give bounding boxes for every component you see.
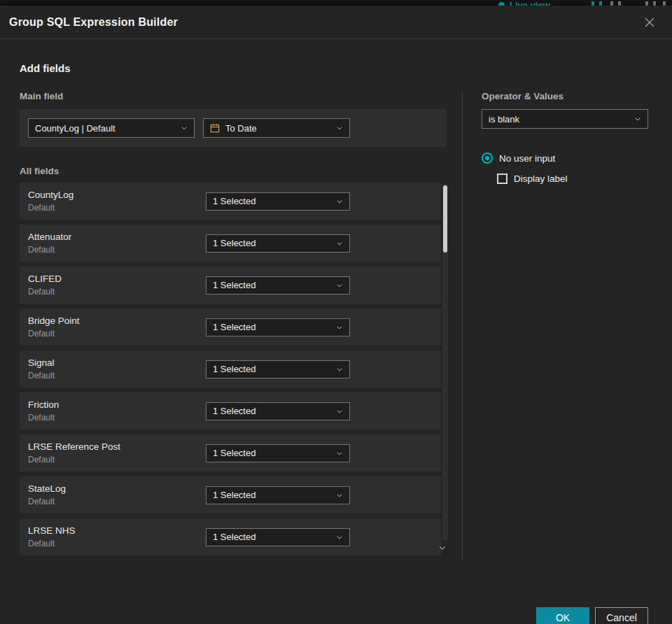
field-subtitle: Default xyxy=(28,413,206,423)
operator-values-label: Operator & Values xyxy=(482,91,648,101)
field-values-select[interactable]: 1 Selected xyxy=(206,486,350,504)
no-user-input-radio[interactable]: No user input xyxy=(482,153,648,164)
operator-select-value: is blank xyxy=(489,114,629,125)
chevron-down-icon xyxy=(336,324,343,331)
field-subtitle: Default xyxy=(28,455,206,465)
date-field-select-value: To Date xyxy=(225,123,330,134)
dialog-footer: OK Cancel xyxy=(536,607,648,624)
column-divider xyxy=(462,91,463,560)
field-row: Attenuator Default 1 Selected xyxy=(20,225,441,262)
field-row: Friction Default 1 Selected xyxy=(20,392,441,430)
chevron-down-icon xyxy=(336,450,343,457)
field-values-select[interactable]: 1 Selected xyxy=(206,360,350,378)
display-label-checkbox[interactable]: Display label xyxy=(497,173,648,184)
section-title: Add fields xyxy=(20,62,648,74)
field-row: Signal Default 1 Selected xyxy=(20,350,441,388)
chevron-down-icon xyxy=(336,240,343,247)
field-row: CountyLog Default 1 Selected xyxy=(20,183,441,220)
field-values-select-value: 1 Selected xyxy=(213,238,330,248)
no-user-input-label: No user input xyxy=(499,153,555,164)
background-toolbar: Live view xyxy=(0,0,672,6)
field-values-select[interactable]: 1 Selected xyxy=(206,402,350,420)
field-row: Bridge Point Default 1 Selected xyxy=(20,309,441,346)
field-row: LRSE Reference Post Default 1 Selected xyxy=(20,434,441,471)
chevron-down-icon xyxy=(181,125,188,132)
dialog-body: Add fields Main field CountyLog | Defaul… xyxy=(0,62,672,624)
field-texts: LRSE Reference Post Default xyxy=(28,441,206,465)
field-name: LRSE NHS xyxy=(28,525,206,536)
chevron-down-icon xyxy=(336,408,343,415)
field-values-select[interactable]: 1 Selected xyxy=(206,234,350,253)
field-values-select[interactable]: 1 Selected xyxy=(206,192,350,211)
field-values-select[interactable]: 1 Selected xyxy=(206,276,350,295)
chevron-down-icon xyxy=(336,534,343,541)
field-name: Friction xyxy=(28,399,206,410)
field-name: StateLog xyxy=(28,483,206,494)
field-subtitle: Default xyxy=(28,371,206,381)
scrollbar[interactable] xyxy=(442,184,448,541)
field-values-select-value: 1 Selected xyxy=(213,490,330,500)
field-texts: StateLog Default xyxy=(28,483,206,506)
field-row: LRSE NHS Default 1 Selected xyxy=(20,518,441,555)
group-sql-expression-builder-dialog: Group SQL Expression Builder Add fields … xyxy=(0,6,672,624)
all-fields-label: All fields xyxy=(20,166,447,176)
field-texts: Bridge Point Default xyxy=(28,315,206,339)
field-texts: LRSE NHS Default xyxy=(28,525,206,548)
field-name: Signal xyxy=(28,357,206,368)
field-values-select-value: 1 Selected xyxy=(213,532,330,542)
screen: Live view Group SQL Expression Builder A… xyxy=(0,0,672,624)
ok-button[interactable]: OK xyxy=(536,607,589,624)
field-values-select-value: 1 Selected xyxy=(213,280,330,290)
field-values-select[interactable]: 1 Selected xyxy=(206,318,350,336)
scrollbar-thumb[interactable] xyxy=(443,185,447,253)
field-name: CLIFED xyxy=(28,274,206,284)
field-subtitle: Default xyxy=(28,497,206,506)
chevron-down-icon xyxy=(336,198,343,205)
field-values-select[interactable]: 1 Selected xyxy=(206,444,350,462)
scroll-down-icon[interactable] xyxy=(438,544,447,552)
field-texts: Signal Default xyxy=(28,357,206,381)
live-view-toggle[interactable]: Live view xyxy=(498,0,550,6)
dialog-title: Group SQL Expression Builder xyxy=(9,16,178,29)
field-values-select-value: 1 Selected xyxy=(213,406,330,416)
field-name: Attenuator xyxy=(28,232,206,242)
field-texts: CLIFED Default xyxy=(28,274,206,297)
main-field-select[interactable]: CountyLog | Default xyxy=(28,118,195,138)
field-subtitle: Default xyxy=(28,539,206,548)
field-subtitle: Default xyxy=(28,245,206,255)
field-subtitle: Default xyxy=(28,287,206,297)
chevron-down-icon xyxy=(336,125,343,132)
all-fields-list: CountyLog Default 1 Selected Attenuator … xyxy=(20,183,447,560)
checkbox-unchecked-icon xyxy=(497,173,507,184)
field-name: CountyLog xyxy=(28,190,206,200)
field-texts: Attenuator Default xyxy=(28,232,206,255)
date-field-select[interactable]: To Date xyxy=(203,118,350,138)
field-values-select-value: 1 Selected xyxy=(213,364,330,374)
fields-column: Main field CountyLog | Default xyxy=(20,91,447,560)
display-label-text: Display label xyxy=(514,173,568,184)
field-subtitle: Default xyxy=(28,329,206,339)
radio-selected-icon xyxy=(482,153,493,164)
field-values-select-value: 1 Selected xyxy=(213,196,330,206)
chevron-down-icon xyxy=(336,282,343,289)
field-texts: Friction Default xyxy=(28,399,206,423)
field-subtitle: Default xyxy=(28,203,206,213)
main-field-panel: CountyLog | Default xyxy=(20,109,447,147)
field-values-select-value: 1 Selected xyxy=(213,322,330,332)
field-values-select[interactable]: 1 Selected xyxy=(206,528,350,546)
cancel-button[interactable]: Cancel xyxy=(595,607,648,624)
calendar-icon xyxy=(210,123,220,133)
operator-select[interactable]: is blank xyxy=(482,109,648,129)
field-name: LRSE Reference Post xyxy=(28,441,206,452)
field-values-select-value: 1 Selected xyxy=(213,448,330,458)
field-row: StateLog Default 1 Selected xyxy=(20,476,441,513)
chevron-down-icon xyxy=(336,492,343,499)
field-texts: CountyLog Default xyxy=(28,190,206,213)
live-view-label: Live view xyxy=(510,0,550,6)
close-icon[interactable] xyxy=(641,14,658,31)
main-field-select-value: CountyLog | Default xyxy=(35,123,175,134)
main-field-label: Main field xyxy=(20,91,447,101)
chevron-down-icon xyxy=(634,115,641,122)
field-name: Bridge Point xyxy=(28,315,206,326)
field-row: CLIFED Default 1 Selected xyxy=(20,267,441,304)
